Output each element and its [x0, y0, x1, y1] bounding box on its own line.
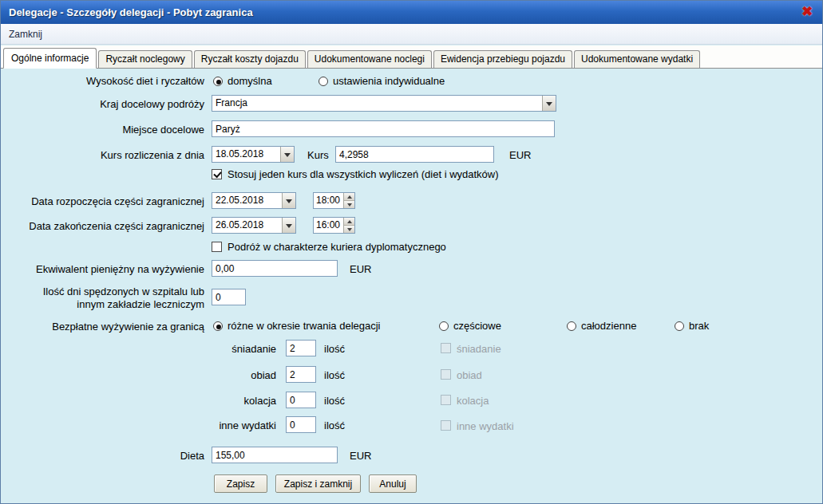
dieta-input[interactable] [212, 447, 338, 463]
tab-udokumentowane-wydatki[interactable]: Udokumentowane wydatki [574, 50, 700, 68]
spinner-buttons [343, 218, 354, 233]
meal-kolacja-label: kolacja [1, 395, 276, 407]
spin-up-icon[interactable] [344, 218, 354, 226]
rate-date-combobox[interactable]: 18.05.2018 [212, 146, 295, 163]
tab-ewidencja-przebiegu-pojazdu[interactable]: Ewidencja przebiegu pojazdu [433, 50, 572, 68]
single-rate-checkbox[interactable] [212, 169, 222, 179]
spin-down-icon[interactable] [344, 226, 354, 233]
kurs-currency-label: EUR [509, 149, 531, 161]
chevron-down-icon[interactable] [282, 218, 295, 233]
radio-calodzienne-label[interactable]: całodzienne [581, 320, 636, 332]
meal-obiad-input[interactable] [286, 366, 316, 383]
meal-inne-wydatki-input[interactable] [286, 416, 316, 433]
meal-check-sniadanie [441, 343, 451, 353]
tab-ryczalt-koszty-dojazdu[interactable]: Ryczałt koszty dojazdu [194, 50, 306, 68]
radio-rozne[interactable] [213, 321, 223, 331]
title-bar: Delegacje - Szczegóły delegacji - Pobyt … [1, 1, 822, 24]
meal-sniadanie-label: śniadanie [1, 343, 276, 355]
start-time-stepper[interactable]: 18:00 [313, 192, 355, 209]
spin-up-icon[interactable] [344, 193, 354, 201]
meal-check-kolacja-label: kolacja [457, 395, 489, 407]
radio-rozne-label[interactable]: różne w okresie trwania delegacji [228, 320, 380, 332]
equivalent-label: Ekwiwalent pieniężny na wyżywienie [1, 263, 204, 275]
country-label: Kraj docelowy podróży [1, 98, 204, 110]
tab-ogolne-informacje[interactable]: Ogólne informacje [3, 48, 97, 69]
cancel-button[interactable]: Anuluj [369, 474, 417, 493]
free-meals-label: Bezpłatne wyżywienie za granicą [1, 321, 204, 333]
radio-domyslna[interactable] [213, 77, 223, 86]
radio-domyslna-label[interactable]: domyślna [228, 75, 272, 87]
radio-calodzienne[interactable] [567, 321, 576, 331]
hospital-days-label-line2: innym zakładzie leczniczym [77, 298, 204, 310]
rate-date-value: 18.05.2018 [212, 147, 280, 162]
save-button[interactable]: Zapisz [214, 474, 267, 493]
meal-obiad-suffix: ilość [324, 369, 345, 381]
meal-check-obiad-label: obiad [457, 369, 482, 381]
end-time-stepper[interactable]: 16:00 [313, 217, 355, 234]
meal-check-inne-wydatki-label: inne wydatki [457, 420, 514, 432]
dieta-label: Dieta [1, 450, 204, 462]
start-date-value: 22.05.2018 [212, 193, 282, 208]
meal-inne-wydatki-suffix: ilość [324, 419, 345, 431]
meal-kolacja-input[interactable] [286, 392, 316, 408]
meal-obiad-label: obiad [1, 369, 276, 381]
meal-inne-wydatki-label: inne wydatki [1, 419, 276, 431]
radio-brak[interactable] [675, 321, 684, 331]
radio-czesciowe[interactable] [439, 321, 449, 331]
meal-check-kolacja [441, 395, 451, 405]
meal-check-sniadanie-label: śniadanie [457, 343, 501, 355]
chevron-down-icon[interactable] [542, 96, 556, 111]
delegation-details-window: Delegacje - Szczegóły delegacji - Pobyt … [0, 0, 823, 504]
dieta-currency-label: EUR [350, 450, 371, 462]
country-combobox[interactable]: Francja [212, 95, 556, 112]
radio-ustawienia-indywidualne[interactable] [319, 77, 328, 86]
radio-ustawienia-indywidualne-label[interactable]: ustawienia indywidualne [333, 75, 445, 87]
destination-label: Miejsce docelowe [1, 124, 204, 136]
destination-input[interactable] [212, 120, 555, 137]
hospital-days-label-line1: Ilość dni spędzonych w szpitalu lub [43, 285, 204, 297]
tab-udokumentowane-noclegi[interactable]: Udokumentowane noclegi [307, 50, 432, 68]
radio-czesciowe-label[interactable]: częściowe [453, 320, 501, 332]
kurs-input[interactable] [335, 146, 494, 163]
equivalent-currency-label: EUR [350, 263, 371, 275]
window-title: Delegacje - Szczegóły delegacji - Pobyt … [1, 6, 253, 18]
country-value: Francja [212, 96, 542, 111]
tab-strip: Ogólne informacje Ryczałt noclegowy Rycz… [1, 45, 822, 69]
tab-ryczalt-noclegowy[interactable]: Ryczałt noclegowy [98, 50, 192, 68]
start-date-label: Data rozpoczęcia części zagranicznej [1, 195, 204, 207]
start-time-value: 18:00 [314, 193, 343, 208]
chevron-down-icon[interactable] [280, 147, 294, 162]
save-and-close-button[interactable]: Zapisz i zamknij [275, 474, 361, 493]
hospital-days-label: Ilość dni spędzonych w szpitalu lub inny… [1, 285, 204, 311]
courier-label[interactable]: Podróż w charakterze kuriera dyplomatycz… [228, 241, 446, 253]
meal-check-inne-wydatki [441, 420, 451, 431]
meal-sniadanie-input[interactable] [286, 340, 316, 356]
diet-level-label: Wysokość diet i ryczałtów [1, 75, 204, 87]
end-date-combobox[interactable]: 26.05.2018 [212, 217, 296, 234]
courier-checkbox[interactable] [212, 242, 222, 252]
radio-brak-label[interactable]: brak [689, 320, 709, 332]
hospital-days-input[interactable] [212, 289, 246, 305]
single-rate-label[interactable]: Stosuj jeden kurs dla wszystkich wylicze… [228, 168, 499, 180]
rate-date-label: Kurs rozliczenia z dnia [1, 149, 204, 161]
chevron-down-icon[interactable] [282, 193, 295, 208]
spinner-buttons [343, 193, 354, 208]
menu-item-zamknij[interactable]: Zamknij [1, 29, 50, 40]
end-date-value: 26.05.2018 [212, 218, 282, 233]
meal-kolacja-suffix: ilość [324, 395, 345, 407]
start-date-combobox[interactable]: 22.05.2018 [212, 192, 296, 209]
kurs-label: Kurs [307, 149, 329, 161]
spin-down-icon[interactable] [344, 201, 354, 208]
equivalent-input[interactable] [212, 260, 338, 277]
meal-sniadanie-suffix: ilość [324, 343, 345, 355]
meal-check-obiad [441, 369, 451, 380]
close-icon[interactable]: ✖ [799, 4, 815, 20]
end-date-label: Data zakończenia części zagranicznej [1, 220, 204, 232]
menu-bar: Zamknij [1, 24, 822, 45]
end-time-value: 16:00 [314, 218, 343, 233]
